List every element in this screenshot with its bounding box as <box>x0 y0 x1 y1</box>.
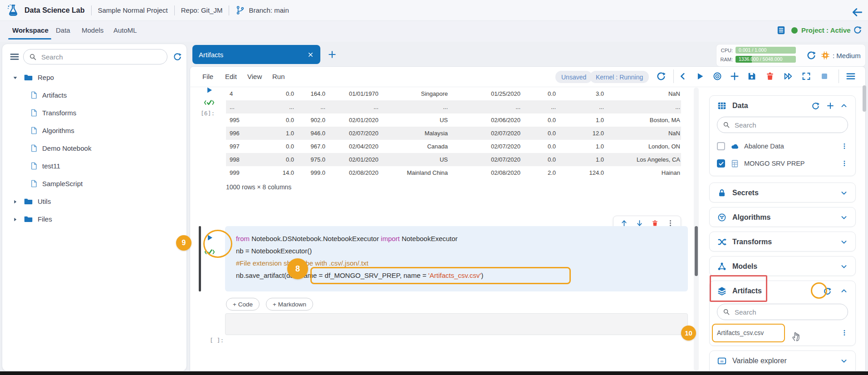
file-tree: RepoArtifactsTransformsAlgorithmsDemo No… <box>2 69 186 228</box>
tree-item-utils[interactable]: Utils <box>2 192 186 210</box>
table-cell: 02/04/2020 <box>326 140 379 153</box>
kebab-menu-icon[interactable] <box>841 160 848 167</box>
data-section-label: Data <box>732 102 811 110</box>
stop-kernel-icon[interactable] <box>819 71 829 81</box>
data-item-abalone[interactable]: Abalone Data <box>710 138 855 155</box>
chevron-up-icon[interactable] <box>840 287 848 295</box>
bottom-bar <box>0 371 868 375</box>
toolbar-overflow-menu-icon[interactable] <box>846 71 856 81</box>
variable-explorer-icon <box>717 356 727 366</box>
data-search-input[interactable] <box>734 121 842 129</box>
table-cell: 02/06/2020 <box>449 113 521 127</box>
menu-run[interactable]: Run <box>272 73 285 80</box>
table-cell: Boston, MA <box>605 113 681 127</box>
models-section-card[interactable]: Models <box>709 256 856 276</box>
transforms-section-card[interactable]: Transforms <box>709 232 856 252</box>
chevron-down-icon[interactable] <box>840 213 848 222</box>
resources-refresh-icon[interactable] <box>806 50 816 60</box>
file-icon <box>29 162 38 170</box>
collapse-panel-icon[interactable] <box>678 71 688 81</box>
chevron-up-icon[interactable] <box>840 102 848 110</box>
menu-edit[interactable]: Edit <box>225 73 237 80</box>
menu-file[interactable]: File <box>202 73 213 80</box>
tab-models[interactable]: Models <box>82 26 103 34</box>
file-icon <box>29 179 38 188</box>
table-cell: Singapore <box>379 87 449 100</box>
chevron-down-icon[interactable] <box>840 189 848 197</box>
algorithms-section-card[interactable]: Algorithms <box>709 207 856 227</box>
data-search-box[interactable] <box>717 117 848 133</box>
toolbar-divider <box>839 69 839 83</box>
divider <box>91 5 92 15</box>
checkbox-checked[interactable] <box>717 159 725 168</box>
kebab-menu-icon[interactable] <box>841 143 848 150</box>
chevron-down-icon[interactable] <box>840 262 848 271</box>
checkbox-unchecked[interactable] <box>717 142 725 150</box>
table-cell: Malaysia <box>379 127 449 140</box>
notebook-scrollbar-thumb[interactable] <box>695 226 698 276</box>
cell1-run-icon[interactable] <box>205 86 214 94</box>
chevron-down-icon[interactable] <box>840 238 848 246</box>
window-scrollbar-thumb[interactable] <box>863 85 866 112</box>
project-status-dot <box>791 27 798 34</box>
empty-code-cell[interactable] <box>225 313 688 335</box>
table-cell: ... <box>326 100 379 113</box>
kebab-menu-icon[interactable] <box>841 329 848 336</box>
add-cell-icon[interactable] <box>730 71 740 81</box>
notebook-tab-artifacts[interactable]: Artifacts <box>192 45 320 64</box>
caret-right-icon[interactable] <box>12 198 18 204</box>
file-search-input[interactable] <box>40 53 162 61</box>
run-all-cells-icon[interactable] <box>783 71 793 81</box>
tab-data[interactable]: Data <box>56 26 70 34</box>
project-refresh-icon[interactable] <box>853 25 862 35</box>
menu-view[interactable]: View <box>247 73 262 80</box>
tree-item-artifacts[interactable]: Artifacts <box>2 86 186 104</box>
fullscreen-icon[interactable] <box>801 71 811 81</box>
annotation-badge-8: 8 <box>287 258 308 279</box>
add-code-button[interactable]: + Code <box>226 298 260 311</box>
algorithms-section-label: Algorithms <box>732 213 840 222</box>
caret-down-icon[interactable] <box>12 74 18 80</box>
tree-item-label: Demo Notebook <box>42 144 91 152</box>
save-notebook-icon[interactable] <box>747 71 757 81</box>
kernel-refresh-icon[interactable] <box>656 71 666 81</box>
close-icon[interactable] <box>307 51 314 58</box>
toolbar-divider <box>673 69 674 83</box>
project-log-icon[interactable] <box>776 25 786 35</box>
table-cell: ... <box>521 100 557 113</box>
table-cell: 975.0 <box>295 153 326 166</box>
tree-item-samplescript[interactable]: SampleScript <box>2 175 186 192</box>
tree-item-test11[interactable]: test11 <box>2 157 186 175</box>
tree-item-files[interactable]: Files <box>2 210 186 228</box>
tree-item-repo[interactable]: Repo <box>2 69 186 86</box>
caret-right-icon[interactable] <box>12 216 18 222</box>
run-all-target-icon[interactable] <box>712 71 722 81</box>
tree-item-algorithms[interactable]: Algorithms <box>2 122 186 139</box>
data-item-mongo-srv-prep[interactable]: MONGO SRV PREP <box>710 155 855 172</box>
tree-item-transforms[interactable]: Transforms <box>2 104 186 122</box>
data-section-header[interactable]: Data <box>710 96 855 116</box>
artifacts-search-box[interactable] <box>717 304 848 320</box>
tab-automl[interactable]: AutoML <box>113 26 137 34</box>
add-markdown-button[interactable]: + Markdown <box>266 298 313 311</box>
new-tab-plus-icon[interactable] <box>328 50 337 59</box>
file-tree-refresh-icon[interactable] <box>173 52 182 61</box>
artifacts-search-input[interactable] <box>734 308 842 316</box>
variable-explorer-card[interactable]: Variable explorer <box>709 350 856 371</box>
hamburger-menu-icon[interactable] <box>10 52 20 62</box>
tree-item-demo-notebook[interactable]: Demo Notebook <box>2 139 186 157</box>
chevron-down-icon[interactable] <box>840 357 848 365</box>
secrets-section-label: Secrets <box>732 189 840 197</box>
delete-cell-icon[interactable] <box>765 71 775 81</box>
empty-cell-prompt: [ ]: <box>210 337 224 344</box>
data-add-icon[interactable] <box>826 102 834 110</box>
divider <box>174 5 175 15</box>
file-explorer-sidebar: RepoArtifactsTransformsAlgorithmsDemo No… <box>2 44 187 371</box>
cell1-executed-check-icon <box>204 97 215 108</box>
data-refresh-icon[interactable] <box>811 102 820 110</box>
back-arrow-icon[interactable] <box>851 6 863 18</box>
tab-workspace[interactable]: Workspace <box>12 26 49 34</box>
file-search-box[interactable] <box>23 49 167 64</box>
run-cell-icon[interactable] <box>695 71 705 81</box>
secrets-section-card[interactable]: Secrets <box>709 183 856 202</box>
